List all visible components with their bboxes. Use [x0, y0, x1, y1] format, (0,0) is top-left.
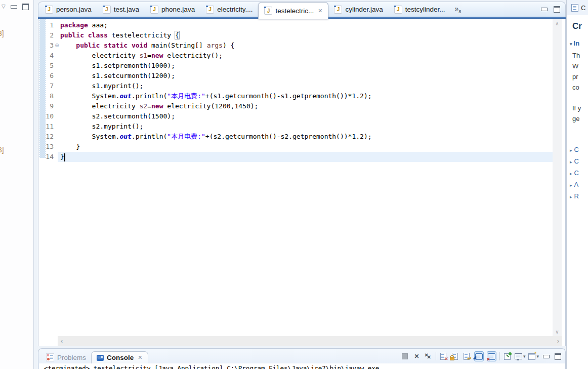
- editor-tab[interactable]: Jtestcylinder...: [389, 3, 451, 17]
- remove-all-launches-icon[interactable]: ✕✕: [424, 352, 433, 361]
- close-icon[interactable]: ✕: [138, 354, 142, 361]
- help-text-line: pr: [572, 73, 578, 80]
- code-line[interactable]: 14}: [40, 152, 65, 162]
- maximize-icon[interactable]: [554, 6, 560, 13]
- tab-label: electricity....: [217, 6, 253, 13]
- line-number[interactable]: 13: [40, 142, 54, 152]
- line-number[interactable]: 2: [40, 30, 54, 40]
- help-section-collapsed[interactable]: ▸C: [570, 169, 579, 177]
- display-selected-console-icon[interactable]: ▾: [515, 352, 526, 361]
- editor-tab[interactable]: Jtestelectric...✕: [258, 2, 328, 19]
- word-wrap-icon[interactable]: ↵: [463, 352, 471, 361]
- code-line[interactable]: 5 s1.setpremonth(1000);: [40, 61, 175, 71]
- help-section-collapsed[interactable]: ▸R: [570, 192, 579, 200]
- help-section-expanded[interactable]: ▾In: [570, 39, 579, 47]
- minimize-icon[interactable]: [541, 8, 548, 11]
- line-number[interactable]: 9: [40, 101, 54, 111]
- code-line[interactable]: 12 System.out.println("本月电费:"+(s2.getcur…: [40, 132, 372, 142]
- java-file-icon: J: [264, 7, 272, 15]
- tab-overflow-icon[interactable]: »8: [455, 5, 461, 14]
- line-number[interactable]: 12: [40, 132, 54, 142]
- line-number[interactable]: 7: [40, 81, 54, 91]
- console-tab-console[interactable]: Console✕: [91, 351, 148, 363]
- maximize-icon[interactable]: [22, 4, 29, 10]
- tab-label: Console: [107, 354, 134, 361]
- horizontal-scrollbar[interactable]: ‹ ›: [58, 336, 562, 346]
- java-file-icon: J: [206, 6, 214, 14]
- line-number[interactable]: 1: [40, 20, 54, 30]
- open-console-icon[interactable]: ▾: [528, 352, 539, 361]
- text-caret: [64, 153, 65, 161]
- code-line[interactable]: 3⊖ public static void main(String[] args…: [40, 40, 234, 51]
- code-line[interactable]: 13 }: [40, 142, 80, 152]
- editor-tab[interactable]: Jtest.java: [97, 3, 145, 17]
- maximize-icon[interactable]: [554, 352, 562, 361]
- code-line[interactable]: 6 s1.setcurmonth(1200);: [40, 71, 175, 81]
- scroll-lock-icon[interactable]: [451, 352, 459, 361]
- code-text: package aaa;: [60, 20, 108, 30]
- java-file-icon: J: [45, 6, 53, 14]
- code-text: System.out.println("本月电费:"+(s1.getcurmon…: [60, 91, 372, 101]
- code-line[interactable]: 4 electricity s1=new electricity();: [40, 51, 223, 61]
- section-expanded-icon: ▾: [570, 42, 572, 47]
- console-icon: [97, 355, 104, 361]
- code-line[interactable]: 1package aaa;: [40, 20, 108, 30]
- eclipse-workbench: { "icons": { "java_file": "J", "view_men…: [0, 0, 588, 369]
- scroll-up-icon[interactable]: ∧: [555, 21, 559, 26]
- line-number[interactable]: 4: [40, 51, 54, 61]
- code-line[interactable]: 10 s2.setcurmonth(1500);: [40, 111, 175, 121]
- show-console-on-stderr-icon[interactable]: ✕: [487, 351, 496, 361]
- code-line[interactable]: 2public class testelectricity {: [40, 30, 179, 40]
- line-number[interactable]: 5: [40, 61, 54, 71]
- code-line[interactable]: 8 System.out.println("本月电费:"+(s1.getcurm…: [40, 91, 372, 101]
- section-label: R: [574, 192, 579, 200]
- view-menu-icon[interactable]: ▽: [2, 4, 6, 9]
- tab-label: test.java: [114, 6, 139, 13]
- right-panel-header-label: C: [581, 4, 585, 12]
- line-number[interactable]: 10: [40, 111, 54, 121]
- code-editor[interactable]: 1package aaa;2public class testelectrici…: [38, 19, 566, 346]
- editor-tab[interactable]: Jperson.java: [39, 3, 97, 17]
- help-text-line: co: [572, 84, 579, 91]
- help-section-collapsed[interactable]: ▸C: [570, 157, 579, 165]
- vertical-scrollbar[interactable]: ∧ ∨: [553, 19, 562, 336]
- code-text: s1.setpremonth(1000);: [60, 61, 175, 71]
- help-section-collapsed[interactable]: ▸A: [570, 181, 578, 188]
- line-number[interactable]: 11: [40, 121, 54, 132]
- line-number[interactable]: 8: [40, 91, 54, 101]
- right-help-panel: C Cr ▾In ThWprco If yge ▸C▸C▸C▸A▸R: [566, 0, 588, 369]
- java-file-icon: J: [334, 6, 342, 14]
- code-line[interactable]: 7 s1.myprint();: [40, 81, 143, 91]
- scroll-left-icon[interactable]: ‹: [61, 338, 63, 345]
- terminate-icon[interactable]: [401, 352, 409, 361]
- editor-tab[interactable]: Jphone.java: [145, 3, 200, 17]
- editor-tab[interactable]: Jcylinder.java: [328, 3, 388, 17]
- code-line[interactable]: 9 electricity s2=new electricity(1200,14…: [40, 101, 258, 111]
- scroll-down-icon[interactable]: ∨: [555, 329, 559, 335]
- section-collapsed-icon: ▸: [570, 183, 572, 188]
- pin-console-icon[interactable]: [503, 352, 512, 361]
- right-panel-header[interactable]: C: [567, 0, 588, 15]
- scroll-right-icon[interactable]: ›: [557, 338, 559, 345]
- remove-launch-icon[interactable]: ✕: [412, 352, 421, 361]
- minimize-icon[interactable]: [542, 352, 551, 361]
- fold-collapse-icon[interactable]: ⊖: [54, 40, 60, 51]
- minimize-icon[interactable]: [11, 5, 17, 9]
- console-tab-problems[interactable]: Problems: [41, 351, 91, 363]
- editor-window-buttons: [541, 6, 560, 13]
- show-console-on-stdout-icon[interactable]: [474, 351, 484, 361]
- line-number[interactable]: 3: [40, 40, 54, 51]
- clear-console-icon[interactable]: ✕: [439, 352, 448, 361]
- close-icon[interactable]: ✕: [318, 8, 322, 14]
- console-output[interactable]: <terminated> testelectricity [Java Appli…: [39, 363, 565, 369]
- help-title: Cr: [572, 21, 582, 31]
- code-line[interactable]: 11 s2.myprint();: [40, 121, 143, 132]
- editor-tab[interactable]: Jelectricity....: [200, 3, 258, 17]
- line-number[interactable]: 6: [40, 71, 54, 81]
- line-number[interactable]: 14: [40, 152, 54, 162]
- section-label: C: [574, 169, 579, 177]
- help-section-collapsed[interactable]: ▸C: [570, 146, 579, 153]
- tab-label: phone.java: [161, 6, 195, 13]
- console-status-line: <terminated> testelectricity [Java Appli…: [39, 363, 565, 369]
- dropdown-arrow-icon[interactable]: ▾: [523, 354, 526, 359]
